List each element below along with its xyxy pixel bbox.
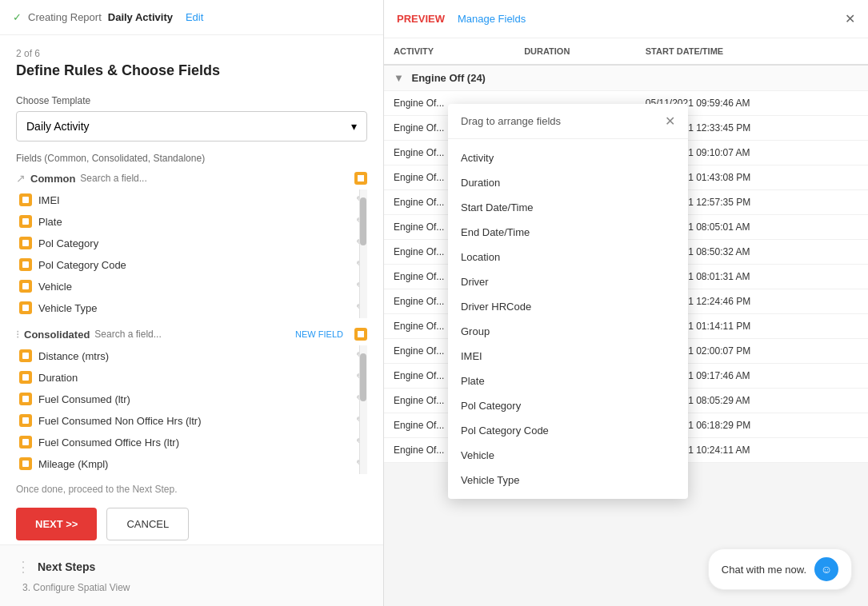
creating-check-icon: ✓ (13, 11, 22, 23)
group-label: ▼ Engine Off (24) (384, 65, 868, 91)
col-start-date: START DATE/TIME (636, 38, 868, 65)
field-checkbox[interactable] (19, 436, 32, 449)
common-section-checkbox[interactable] (354, 172, 367, 185)
common-section-header: ↗ Common (16, 172, 367, 185)
list-item: Fuel Consumed (ltr) ✎ (16, 389, 367, 409)
field-name: Mileage (Kmpl) (38, 458, 350, 470)
list-item[interactable]: Plate (448, 369, 688, 393)
next-button[interactable]: NEXT >> (16, 508, 97, 540)
list-item: Plate ✎ (16, 211, 367, 232)
field-checkbox[interactable] (19, 393, 32, 405)
col-activity: ACTIVITY (384, 38, 514, 65)
list-item: Fuel Consumed Office Hrs (ltr) ✎ (16, 432, 367, 453)
buttons-row: NEXT >> CANCEL (16, 508, 367, 540)
field-name: Duration (38, 372, 350, 384)
table-header-row: ACTIVITY DURATION START DATE/TIME (384, 38, 868, 65)
table-group-row: ▼ Engine Off (24) (384, 65, 868, 91)
field-checkbox[interactable] (19, 258, 32, 271)
dots-icon: ⋮ (16, 558, 31, 576)
edit-link[interactable]: Edit (186, 11, 203, 23)
drag-popup-list: Activity Duration Start Date/Time End Da… (448, 139, 688, 499)
next-steps-title: Next Steps (38, 560, 95, 573)
field-name: Pol Category Code (38, 259, 350, 271)
new-field-link[interactable]: NEW FIELD (295, 329, 343, 339)
drag-popup-close-button[interactable]: ✕ (665, 114, 675, 129)
list-item: Vehicle Type ✎ (16, 297, 367, 318)
list-item: Distance (mtrs) ✎ (16, 345, 367, 366)
chat-icon: ☺ (814, 557, 838, 581)
list-item[interactable]: Distance (mtrs) (448, 492, 688, 499)
right-panel: PREVIEW Manage Fields ✕ ACTIVITY DURATIO… (384, 0, 868, 606)
drag-popup-title: Drag to arrange fields (461, 115, 561, 127)
list-item: IMEI ✎ (16, 189, 367, 210)
common-section-name: Common (30, 173, 75, 185)
step-header: 2 of 6 Define Rules & Choose Fields (0, 35, 383, 86)
template-selected-value: Daily Activity (26, 120, 90, 133)
list-item[interactable]: End Date/Time (448, 220, 688, 245)
field-checkbox[interactable] (19, 215, 32, 228)
field-checkbox[interactable] (19, 280, 32, 293)
fields-label: Fields (Common, Consolidated, Standalone… (16, 153, 367, 164)
list-item[interactable]: Pol Category (448, 393, 688, 418)
chat-text: Chat with me now. (722, 564, 806, 576)
chevron-down-icon: ▼ (394, 72, 404, 84)
list-item[interactable]: Location (448, 245, 688, 269)
manage-fields-link[interactable]: Manage Fields (458, 13, 526, 25)
common-search-input[interactable] (80, 173, 176, 184)
field-name: Distance (mtrs) (38, 350, 350, 362)
consolidated-section-checkbox[interactable] (354, 328, 367, 341)
list-item: Vehicle ✎ (16, 276, 367, 297)
field-checkbox[interactable] (19, 237, 32, 249)
list-item[interactable]: Vehicle Type (448, 468, 688, 492)
left-panel: ✓ Creating Report Daily Activity Edit 2 … (0, 0, 384, 606)
field-checkbox[interactable] (19, 457, 32, 470)
next-steps-item: 3. Configure Spatial View (16, 582, 367, 593)
chevron-down-icon: ▾ (351, 120, 357, 133)
template-dropdown[interactable]: Daily Activity ▾ (16, 111, 367, 142)
consolidated-section-header: ⁝ Consolidated NEW FIELD (16, 328, 367, 341)
field-name: Fuel Consumed Non Office Hrs (ltr) (38, 415, 350, 427)
list-item[interactable]: Start Date/Time (448, 195, 688, 220)
list-item[interactable]: Activity (448, 146, 688, 170)
field-checkbox[interactable] (19, 371, 32, 384)
close-button[interactable]: ✕ (845, 11, 855, 26)
scroll-indicator[interactable] (359, 189, 367, 318)
field-checkbox[interactable] (19, 193, 32, 206)
list-item[interactable]: Vehicle (448, 443, 688, 468)
preview-label: PREVIEW (397, 13, 445, 25)
report-name: Daily Activity (108, 11, 173, 23)
cancel-button[interactable]: CANCEL (106, 508, 189, 540)
list-item[interactable]: Driver (448, 269, 688, 294)
top-bar: ✓ Creating Report Daily Activity Edit (0, 0, 383, 35)
consolidated-section-name: Consolidated (24, 329, 90, 341)
field-name: Fuel Consumed (ltr) (38, 393, 350, 405)
list-item[interactable]: Group (448, 319, 688, 344)
consolidated-field-list-wrapper: Distance (mtrs) ✎ Duration ✎ Fuel Consum… (16, 345, 367, 474)
step-title: Define Rules & Choose Fields (16, 62, 367, 79)
field-name: Vehicle (38, 281, 350, 293)
consolidated-scroll-indicator[interactable] (359, 345, 367, 474)
field-checkbox[interactable] (19, 349, 32, 362)
panel-content: Choose Template Daily Activity ▾ Fields … (0, 86, 383, 544)
col-duration: DURATION (514, 38, 636, 65)
field-name: Plate (38, 216, 350, 228)
field-checkbox[interactable] (19, 301, 32, 314)
chat-button[interactable]: Chat with me now. ☺ (708, 548, 852, 590)
preview-bar: PREVIEW Manage Fields ✕ (384, 0, 868, 38)
drag-popup-header: Drag to arrange fields ✕ (448, 104, 688, 139)
field-checkbox[interactable] (19, 414, 32, 427)
field-name: Vehicle Type (38, 302, 350, 314)
common-field-list-wrapper: IMEI ✎ Plate ✎ Pol Category ✎ (16, 189, 367, 318)
list-item[interactable]: Duration (448, 170, 688, 195)
drag-arrange-popup: Drag to arrange fields ✕ Activity Durati… (448, 104, 688, 499)
next-steps-section: ⋮ Next Steps 3. Configure Spatial View (0, 544, 383, 606)
list-item[interactable]: Driver HRCode (448, 294, 688, 319)
proceed-text: Once done, proceed to the Next Step. (16, 484, 367, 495)
consolidated-search-input[interactable] (94, 329, 190, 340)
list-item[interactable]: IMEI (448, 344, 688, 369)
field-name: IMEI (38, 194, 350, 206)
list-item[interactable]: Pol Category Code (448, 418, 688, 443)
list-item: Pol Category Code ✎ (16, 254, 367, 275)
grid-icon: ⁝ (16, 328, 19, 341)
common-field-list: IMEI ✎ Plate ✎ Pol Category ✎ (16, 189, 367, 318)
